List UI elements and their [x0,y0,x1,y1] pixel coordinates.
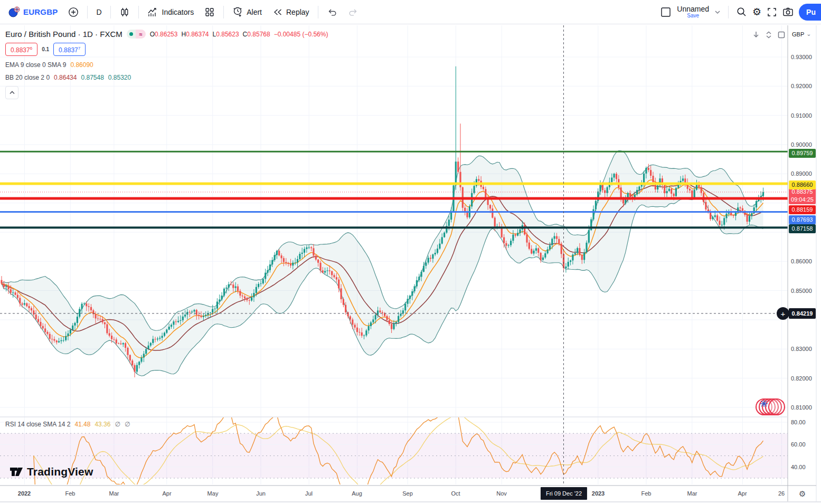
level-price-label: 0.88159 [789,205,816,214]
chart-region: Euro / British Pound · 1D · FXCM ≈ O0.86… [0,24,821,504]
ema-indicator-row[interactable]: EMA 9 close 0 SMA 90.86090 [5,61,328,69]
redo-button[interactable] [344,5,363,20]
market-status-badges: ≈ [127,30,146,39]
tradingview-app: { "toolbar":{ "symbol":"EURGBP","interva… [0,0,821,504]
symbol-name: EURGBP [23,7,58,16]
templates-button[interactable] [200,4,219,20]
layout-name: Unnamed [677,5,709,13]
time-tick-label: 2022 [18,490,31,497]
replay-button[interactable]: Replay [268,5,314,20]
redo-icon [348,7,358,17]
ohlc-values: O0.86253 H0.86374 L0.85623 C0.85768 −0.0… [150,31,328,38]
layout-name-menu[interactable]: Unnamed Save [677,5,709,18]
replay-icon [272,7,283,17]
tradingview-glyph-icon [10,465,23,479]
indicators-button[interactable]: Indicators [143,4,199,20]
fullscreen-pane-icon[interactable] [777,31,786,39]
toolbar-separator [87,6,88,18]
chart-style-button[interactable] [115,4,134,20]
time-axis-settings-icon[interactable]: ⚙ [799,489,806,499]
indicators-label: Indicators [162,8,194,16]
time-tick-label: Jul [305,490,313,497]
crosshair-plus-button[interactable]: + [777,307,789,320]
time-tick-label: 2023 [592,490,605,497]
replay-label: Replay [286,8,309,16]
undo-button[interactable] [323,5,342,20]
save-button[interactable]: Save [687,13,699,19]
price-tick-label: 0.85000 [791,288,812,294]
crosshair-price-label: 0.84219 [789,308,816,319]
toolbar-separator [318,6,318,18]
drawing-annotation-flags[interactable] [756,399,785,415]
time-tick-label: Aug [352,490,362,497]
buy-button[interactable]: 0.88377 [53,43,86,56]
chevron-down-icon[interactable] [714,9,721,15]
alert-clock-icon [232,6,243,17]
scroll-to-recent-icon[interactable] [752,31,760,39]
time-tick-label: Mar [687,490,697,497]
time-tick-label: Apr [738,490,747,497]
collapse-legend-button[interactable] [5,86,18,99]
compare-add-button[interactable] [64,4,83,20]
rsi-tick-label: 60.00 [791,441,806,448]
layout-select-icon[interactable] [660,6,672,18]
symbol-button[interactable]: EURGBP [4,4,62,21]
grid-layout-icon [204,7,215,17]
fullscreen-icon[interactable] [767,7,777,17]
time-tick-label: Apr [162,490,171,497]
interval-button[interactable]: D [92,5,106,19]
approx-data-icon[interactable]: ≈ [136,30,146,39]
hidden-value-icon: ∅ [125,421,130,428]
search-icon[interactable] [736,6,747,17]
level-price-label: 0.87158 [789,224,816,233]
time-tick-label: Mar [109,490,119,497]
pane-controls [752,31,786,39]
sell-button[interactable]: 0.88376 [5,43,37,56]
chevron-down-icon: ⌄ [806,31,811,37]
price-tick-label: 0.82000 [791,375,812,382]
settings-gear-icon[interactable]: ⚙ [752,6,761,18]
time-tick-label: Oct [451,490,460,497]
level-price-label: 0.89759 [789,149,816,158]
publish-button[interactable]: Pu [799,4,821,21]
indicators-icon [147,7,159,17]
price-tick-label: 0.83000 [791,346,812,352]
tradingview-logo[interactable]: TradingView [10,465,93,479]
bb-indicator-row[interactable]: BB 20 close 2 0 0.86434 0.87548 0.85320 [5,74,328,81]
market-open-dot-icon[interactable] [127,30,136,39]
undo-icon [327,7,337,17]
crosshair-date-label: Fri 09 Dec '22 [541,487,587,500]
maximize-pane-icon[interactable] [765,31,773,39]
symbol-pair-icon [8,6,20,18]
price-tick-label: 0.81000 [791,404,812,411]
time-tick-label: Feb [65,490,76,497]
toolbar-separator [223,6,224,18]
toolbar-separator [728,6,729,18]
level-price-label: 0.87693 [789,215,816,224]
current-price-label: 0.8837509:04:25 [789,188,816,204]
time-tick-label: Nov [496,490,507,497]
price-tick-label: 0.92000 [791,83,812,89]
toolbar-separator [138,6,139,18]
price-tick-label: 0.86000 [791,258,812,264]
hidden-value-icon: ∅ [115,421,120,428]
spread-value: 0.1 [42,46,49,52]
top-toolbar: EURGBP D Indicators Alert [0,0,821,24]
change-value: −0.00485 (−0.56%) [274,31,328,38]
rsi-tick-label: 80.00 [791,419,806,425]
alert-button[interactable]: Alert [228,4,266,20]
time-tick-label: Jun [256,490,266,497]
price-tick-label: 0.91000 [791,112,812,119]
time-tick-label: May [207,490,219,497]
chart-legend: Euro / British Pound · 1D · FXCM ≈ O0.86… [5,30,328,99]
price-tick-label: 0.89000 [791,170,812,177]
price-axis-currency[interactable]: GBP⌄ [792,31,811,37]
rsi-tick-label: 40.00 [791,464,806,470]
toolbar-separator [110,6,111,18]
price-tick-label: 0.93000 [791,54,812,60]
candlestick-icon [119,7,130,17]
camera-snapshot-icon[interactable] [782,7,794,17]
symbol-title[interactable]: Euro / British Pound · 1D · FXCM [5,30,122,39]
rsi-legend[interactable]: RSI 14 close SMA 14 2 41.48 43.36 ∅ ∅ [5,421,130,428]
price-tick-label: 0.90000 [791,141,812,148]
